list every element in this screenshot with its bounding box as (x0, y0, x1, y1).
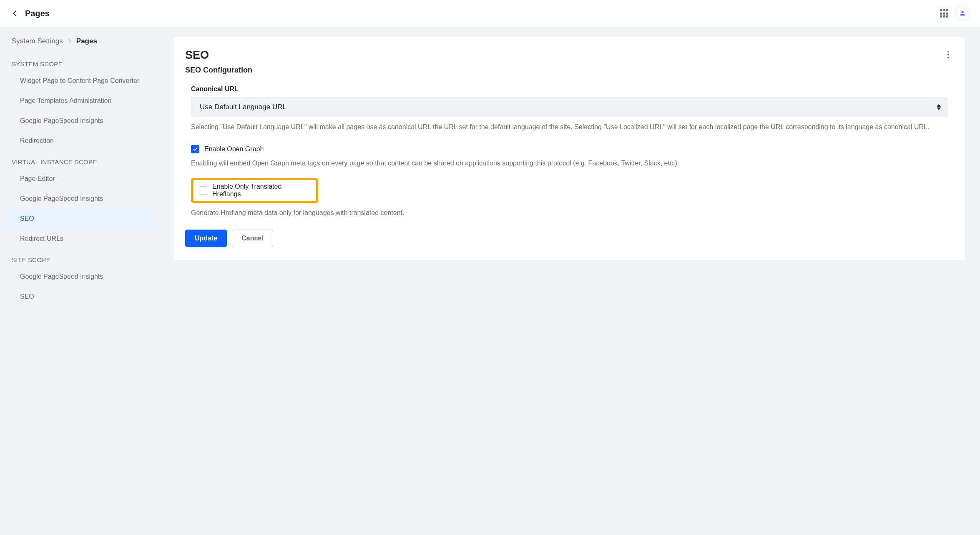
chevron-left-icon (11, 10, 19, 17)
chevron-right-icon (67, 37, 72, 45)
check-icon (192, 146, 198, 152)
enable-open-graph-label: Enable Open Graph (204, 145, 264, 153)
page-title: Pages (25, 9, 50, 18)
card-subtitle: SEO Configuration (185, 66, 252, 75)
user-avatar[interactable] (955, 6, 970, 21)
breadcrumb-current: Pages (76, 37, 97, 45)
canonical-url-select[interactable]: Use Default Language URL (191, 97, 947, 117)
sidebar-item[interactable]: Google PageSpeed Insights (0, 267, 158, 287)
card-title: SEO (185, 49, 252, 62)
scope-header: VIRTUAL INSTANCE SCOPE (0, 151, 158, 169)
sidebar-item[interactable]: Google PageSpeed Insights (0, 111, 158, 131)
topbar: Pages (0, 0, 980, 27)
enable-hreflang-checkbox[interactable] (199, 186, 207, 195)
kebab-menu[interactable] (943, 49, 953, 59)
canonical-url-value[interactable]: Use Default Language URL (191, 97, 947, 117)
open-graph-help: Enabling will embed Open Graph meta tags… (191, 158, 947, 169)
enable-hreflang-label: Enable Only Translated Hreflangs (212, 183, 310, 198)
main-content: SEO SEO Configuration Canonical URL Use … (158, 27, 980, 317)
cancel-button[interactable]: Cancel (232, 230, 273, 247)
hreflang-help: Generate Hreflang meta data only for lan… (191, 208, 947, 218)
apps-grid-icon[interactable] (940, 9, 948, 18)
enable-open-graph-checkbox[interactable] (191, 145, 199, 153)
scope-header: SITE SCOPE (0, 249, 158, 267)
back-button[interactable] (10, 8, 20, 18)
sidebar-item[interactable]: Redirect URLs (0, 229, 158, 249)
canonical-url-label: Canonical URL (191, 85, 947, 93)
canonical-url-help: Selecting "Use Default Language URL" wil… (191, 122, 947, 132)
breadcrumb: System Settings Pages (0, 37, 158, 53)
update-button[interactable]: Update (185, 230, 227, 247)
sidebar-item[interactable]: Page Editor (0, 169, 158, 189)
sidebar-item[interactable]: Google PageSpeed Insights (0, 189, 158, 209)
sidebar-item[interactable]: SEO (0, 287, 158, 307)
sidebar-item[interactable]: Redirection (0, 131, 158, 151)
sidebar-item[interactable]: Page Templates Administration (0, 91, 158, 111)
sidebar: System Settings Pages SYSTEM SCOPEWidget… (0, 27, 158, 317)
breadcrumb-parent[interactable]: System Settings (12, 37, 63, 45)
hreflang-highlight: Enable Only Translated Hreflangs (191, 178, 318, 203)
sidebar-item[interactable]: Widget Page to Content Page Converter (0, 71, 158, 91)
scope-header: SYSTEM SCOPE (0, 53, 158, 71)
sidebar-item[interactable]: SEO (3, 209, 155, 229)
person-icon (959, 10, 966, 17)
seo-card: SEO SEO Configuration Canonical URL Use … (173, 37, 965, 260)
